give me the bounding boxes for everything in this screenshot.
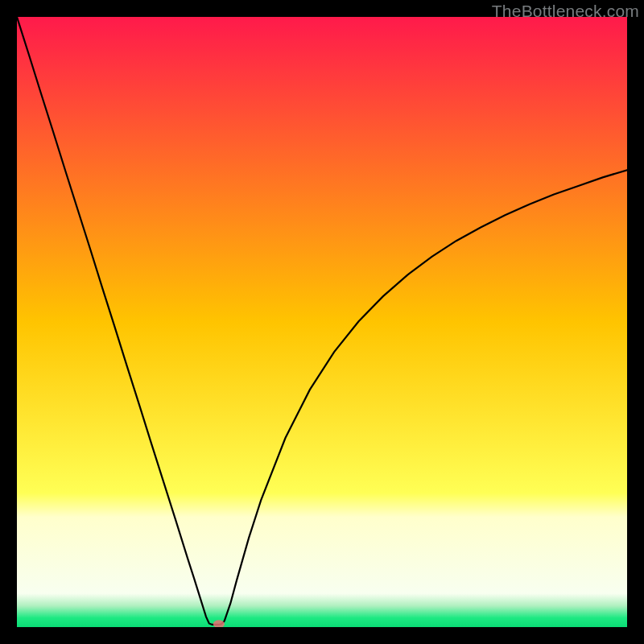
chart-frame [17,17,627,627]
watermark-text: TheBottleneck.com [492,2,639,21]
bottleneck-chart [17,17,627,627]
gradient-background [17,17,627,627]
